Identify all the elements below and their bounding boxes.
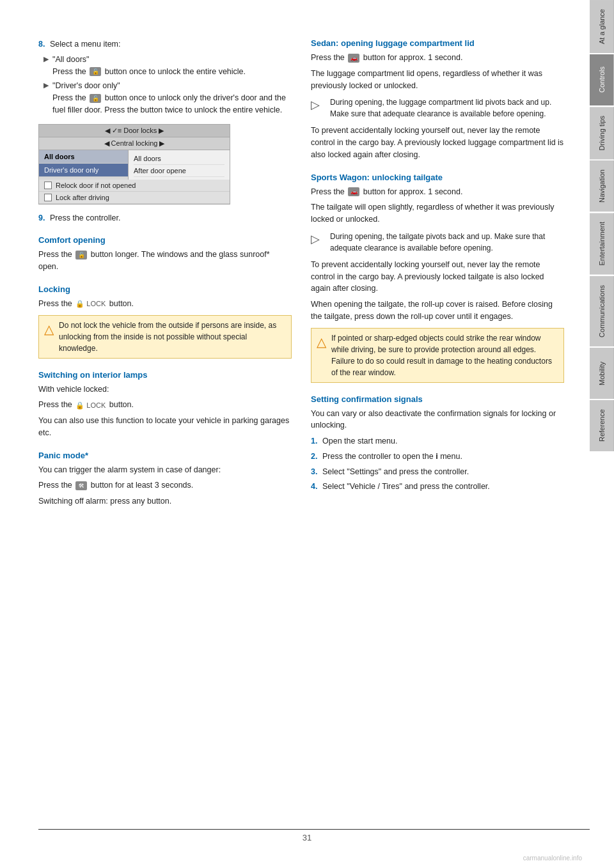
switching-heading: Switching on interior lamps <box>38 370 292 380</box>
sidebar-tab-navigation[interactable]: Navigation <box>590 160 614 212</box>
arrow-icon-2: ▶ <box>43 81 49 89</box>
relock-checkbox[interactable] <box>44 182 52 189</box>
step-8-text: Select a menu item: <box>50 38 120 50</box>
warning-triangle-icon: △ <box>44 320 54 339</box>
warning-triangle-icon-2: △ <box>317 332 326 352</box>
doorlock-right-item-2: After door opene <box>134 165 224 177</box>
all-doors-content: "All doors" Press the 🔓 button once to u… <box>52 54 246 78</box>
sidebar-tab-communications[interactable]: Communications <box>590 276 614 346</box>
lock-icon: 🔒 LOCK <box>75 298 106 309</box>
sidebar-tab-at-a-glance[interactable]: At a glance <box>590 0 614 53</box>
panic-heading: Panic mode* <box>38 451 292 460</box>
conf-step-3-text: Select "Settings" and press the controll… <box>322 466 469 478</box>
confirmation-heading: Setting confirmation signals <box>311 394 564 404</box>
sports-heading: Sports Wagon: unlocking tailgate <box>311 173 564 182</box>
lock-driving-label: Lock after driving <box>56 194 109 201</box>
watermark: carmanualonline.info <box>523 855 582 862</box>
main-content: 8. Select a menu item: ▶ "All doors" Pre… <box>0 0 590 868</box>
doorlock-checkbox-relock: Relock door if not opened <box>39 180 230 192</box>
sidebar: At a glance Controls Driving tips Naviga… <box>590 0 614 868</box>
confirmation-text: You can vary or also deactivate the conf… <box>311 408 564 432</box>
sedan-note-box: ▷ During opening, the luggage compartmen… <box>311 97 564 120</box>
sedan-text1: Press the 🚗 button for approx. 1 second. <box>311 52 564 64</box>
panic-icon: 🛠 <box>75 481 87 490</box>
unlock-icon-2: 🔓 <box>90 94 101 103</box>
conf-step-1-num: 1. <box>311 435 322 447</box>
doorlock-option-all-doors[interactable]: All doors <box>39 150 128 164</box>
conf-step-2-text: Press the controller to open the i menu. <box>322 451 462 463</box>
sidebar-tab-controls[interactable]: Controls <box>590 54 614 105</box>
sports-text4: When opening the tailgate, the roll-up c… <box>311 298 564 323</box>
note-triangle-icon-1: ▷ <box>311 97 325 111</box>
drivers-door-label: "Driver's door only" <box>52 80 292 92</box>
trunk-icon-2: 🚗 <box>348 187 359 196</box>
unlock-icon-1: 🔓 <box>90 67 101 76</box>
conf-step-2: 2. Press the controller to open the i me… <box>311 451 564 463</box>
sedan-note-text: During opening, the luggage compartment … <box>330 97 564 120</box>
doorlock-checkbox-lock-driving: Lock after driving <box>39 192 230 204</box>
sidebar-tab-driving-tips[interactable]: Driving tips <box>590 107 614 159</box>
step-8-heading: 8. Select a menu item: <box>38 38 292 50</box>
arrow-icon-1: ▶ <box>43 55 49 63</box>
conf-step-1: 1. Open the start menu. <box>311 435 564 447</box>
doorlock-title-bar: ◀ ✓≡ Door locks ▶ <box>39 125 230 137</box>
conf-step-1-text: Open the start menu. <box>322 435 397 447</box>
sedan-heading: Sedan: opening luggage compartment lid <box>311 38 564 48</box>
locking-warning-text: Do not lock the vehicle from the outside… <box>59 320 286 354</box>
page-number: 31 <box>303 833 311 842</box>
step-8-number: 8. <box>38 38 50 50</box>
doorlock-subtitle-bar: ◀ Central locking ▶ <box>39 137 230 150</box>
trunk-icon-1: 🚗 <box>348 54 359 63</box>
comfort-opening-text: Press the 🔓 button longer. The windows a… <box>38 249 292 273</box>
sports-note-box: ▷ During opening, the tailgate pivots ba… <box>311 231 564 254</box>
conf-step-2-num: 2. <box>311 451 322 463</box>
sports-text1: Press the 🚗 button for approx. 1 second. <box>311 186 564 198</box>
bottom-rule <box>38 829 590 830</box>
doorlock-body: All doors Driver's door only All doors A… <box>39 150 230 180</box>
panic-text3: Switching off alarm: press any button. <box>38 495 292 508</box>
doorlock-option-drivers-door[interactable]: Driver's door only <box>39 164 128 177</box>
switching-step1: Press the 🔒 LOCK button. <box>38 399 292 411</box>
page-container: 8. Select a menu item: ▶ "All doors" Pre… <box>0 0 614 868</box>
sidebar-tab-mobility[interactable]: Mobility <box>590 348 614 399</box>
sports-text2: The tailgate will open slightly, regardl… <box>311 201 564 226</box>
all-doors-label: "All doors" <box>52 54 246 66</box>
right-column: Sedan: opening luggage compartment lid P… <box>311 38 564 830</box>
note-triangle-icon-2: ▷ <box>311 231 325 245</box>
conf-step-4-num: 4. <box>311 481 322 493</box>
sedan-text2: The luggage compartment lid opens, regar… <box>311 68 564 92</box>
sidebar-tab-entertainment[interactable]: Entertainment <box>590 213 614 274</box>
lock-icon-2: 🔒 LOCK <box>75 400 106 411</box>
lock-driving-checkbox[interactable] <box>44 194 52 201</box>
sports-note-text: During opening, the tailgate pivots back… <box>330 231 564 254</box>
locking-warning-box: △ Do not lock the vehicle from the outsi… <box>38 315 292 359</box>
locking-heading: Locking <box>38 284 292 294</box>
locking-text: Press the 🔒 LOCK button. <box>38 298 292 310</box>
switching-intro: With vehicle locked: <box>38 384 292 396</box>
all-doors-desc: Press the 🔓 button once to unlock the en… <box>52 66 246 78</box>
conf-step-4: 4. Select "Vehicle / Tires" and press th… <box>311 481 564 493</box>
relock-label: Relock door if not opened <box>56 182 136 189</box>
unlock-icon-3: 🔓 <box>75 251 87 260</box>
panic-text1: You can trigger the alarm system in case… <box>38 464 292 476</box>
i-menu-label: i <box>436 452 437 461</box>
conf-step-4-text: Select "Vehicle / Tires" and press the c… <box>322 481 490 493</box>
sports-warning-box: △ If pointed or sharp-edged objects coul… <box>311 328 564 383</box>
conf-step-3-num: 3. <box>311 466 322 478</box>
drivers-door-item: ▶ "Driver's door only" Press the 🔓 butto… <box>43 80 292 116</box>
all-doors-item: ▶ "All doors" Press the 🔓 button once to… <box>43 54 292 78</box>
doorlock-right-panel: All doors After door opene <box>129 150 230 180</box>
drivers-door-content: "Driver's door only" Press the 🔓 button … <box>52 80 292 116</box>
sports-warning-text: If pointed or sharp-edged objects could … <box>331 332 558 378</box>
sports-text3: To prevent accidentally locking yourself… <box>311 259 564 295</box>
sedan-text3: To prevent accidentally locking yourself… <box>311 125 564 160</box>
conf-step-3: 3. Select "Settings" and press the contr… <box>311 466 564 478</box>
sidebar-tab-reference[interactable]: Reference <box>590 400 614 451</box>
doorlock-left-panel: All doors Driver's door only <box>39 150 129 180</box>
panic-text2: Press the 🛠 button for at least 3 second… <box>38 479 292 492</box>
drivers-door-desc: Press the 🔓 button once to unlock only t… <box>52 92 292 116</box>
left-column: 8. Select a menu item: ▶ "All doors" Pre… <box>38 38 292 830</box>
step-9: 9. Press the controller. <box>38 212 292 224</box>
doorlock-ui: ◀ ✓≡ Door locks ▶ ◀ Central locking ▶ Al… <box>38 124 230 205</box>
comfort-opening-heading: Comfort opening <box>38 235 292 245</box>
